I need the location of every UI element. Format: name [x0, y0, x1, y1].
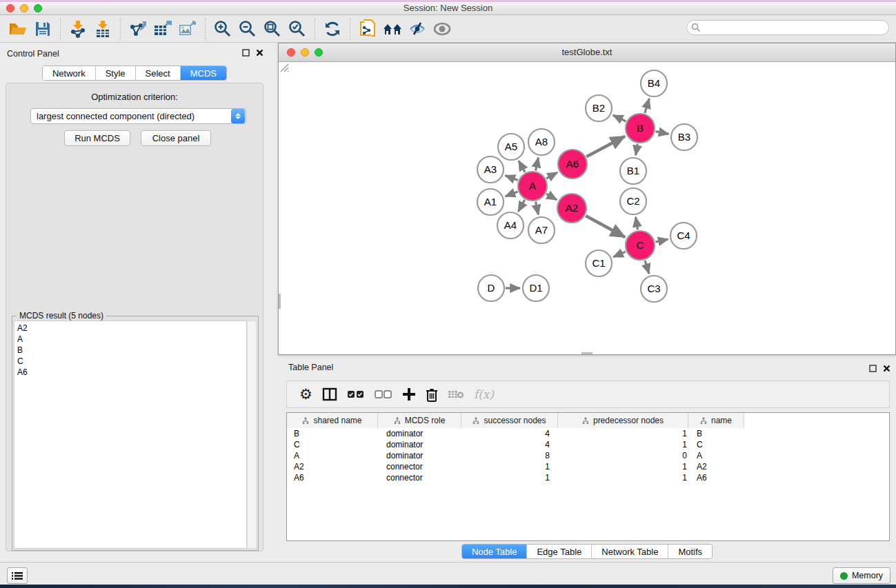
hide-details-icon[interactable]	[405, 17, 430, 41]
graph-node-C2[interactable]: C2	[620, 188, 646, 214]
memory-button[interactable]: Memory	[833, 567, 890, 584]
graph-edge-B-B4[interactable]	[645, 99, 649, 113]
import-table-icon[interactable]	[90, 17, 115, 41]
table-cell[interactable]: B	[688, 428, 744, 439]
graph-edge-A-A1[interactable]	[506, 192, 518, 196]
graph-node-C[interactable]: C	[626, 231, 655, 260]
table-cell[interactable]: 1	[558, 428, 688, 439]
table-cell[interactable]: A6	[287, 472, 378, 483]
graph-node-B4[interactable]: B4	[641, 70, 667, 97]
network-window-titlebar[interactable]: testGlobe.txt	[279, 43, 895, 62]
table-cell[interactable]: C	[287, 439, 378, 450]
select-all-columns-icon[interactable]	[347, 390, 365, 398]
delete-table-icon[interactable]	[448, 389, 464, 399]
network-minimize-button[interactable]	[301, 48, 309, 57]
column-header-MCDS-role[interactable]: MCDS role	[378, 413, 461, 428]
table-cell[interactable]: A6	[688, 472, 744, 483]
float-panel-icon[interactable]	[242, 49, 250, 57]
graph-node-B1[interactable]: B1	[620, 158, 646, 184]
graph-node-A8[interactable]: A8	[528, 129, 555, 155]
table-cell[interactable]: A2	[688, 461, 744, 472]
export-image-icon[interactable]	[175, 17, 200, 41]
graph-edge-C-C3[interactable]	[645, 261, 649, 274]
show-column-icon[interactable]	[322, 387, 337, 401]
table-cell[interactable]: 1	[558, 439, 688, 450]
table-cell[interactable]: 1	[461, 461, 558, 472]
table-cell[interactable]: dominator	[378, 439, 461, 450]
graph-edge-A-A3[interactable]	[505, 175, 517, 180]
close-table-panel-icon[interactable]	[883, 365, 890, 372]
unselect-all-columns-icon[interactable]	[375, 390, 392, 398]
tab-select[interactable]: Select	[136, 66, 181, 80]
network-hscroll[interactable]	[581, 352, 593, 354]
table-cell[interactable]: 1	[461, 472, 558, 483]
network-canvas[interactable]: B4B2BB3A8A5A6A3B1AA1C2A2A4A7C4CC1C3DD1	[279, 62, 895, 354]
graph-node-B2[interactable]: B2	[586, 95, 612, 121]
table-row[interactable]: A2connector11A2	[287, 461, 889, 472]
table-cell[interactable]: 4	[461, 428, 558, 439]
graph-node-A7[interactable]: A7	[528, 217, 555, 243]
graph-node-C1[interactable]: C1	[586, 250, 612, 276]
network-vscroll[interactable]	[279, 294, 281, 309]
column-header-predecessor-nodes[interactable]: predecessor nodes	[558, 413, 688, 428]
search-input[interactable]	[686, 20, 889, 35]
table-cell[interactable]: C	[688, 439, 744, 450]
graph-edge-A-A7[interactable]	[536, 202, 539, 215]
table-cell[interactable]: A2	[287, 461, 378, 472]
network-close-button[interactable]	[287, 48, 295, 57]
graph-edge-A-A5[interactable]	[519, 161, 525, 172]
column-header-shared-name[interactable]: shared name	[287, 413, 378, 428]
table-cell[interactable]: 0	[558, 450, 688, 461]
graph-node-C3[interactable]: C3	[641, 276, 667, 302]
export-network-icon[interactable]	[126, 17, 150, 41]
delete-columns-icon[interactable]	[426, 387, 438, 402]
graph-node-A5[interactable]: A5	[498, 134, 524, 160]
table-row[interactable]: Bdominator41B	[287, 428, 889, 439]
zoom-fit-icon[interactable]	[260, 17, 285, 41]
close-panel-icon[interactable]	[256, 49, 263, 57]
show-log-button[interactable]	[7, 567, 28, 584]
table-cell[interactable]: A	[688, 450, 744, 461]
graph-node-A6[interactable]: A6	[558, 150, 587, 179]
column-header-name[interactable]: name	[688, 413, 744, 428]
table-row[interactable]: Cdominator41C	[287, 439, 889, 450]
export-table-icon[interactable]	[150, 17, 175, 41]
table-cell[interactable]: B	[287, 428, 378, 439]
table-cell[interactable]: dominator	[378, 428, 461, 439]
table-tab-node-table[interactable]: Node Table	[462, 545, 528, 558]
graph-edge-B-B2[interactable]	[613, 115, 626, 121]
graph-edge-B-B1[interactable]	[636, 144, 638, 156]
show-graphics-details-icon[interactable]	[430, 17, 455, 41]
criterion-dropdown[interactable]: largest connected component (directed)	[30, 108, 246, 124]
graph-edge-A-A4[interactable]	[518, 200, 524, 212]
table-tab-motifs[interactable]: Motifs	[668, 545, 712, 558]
graph-node-A4[interactable]: A4	[497, 212, 524, 239]
graph-node-D[interactable]: D	[478, 275, 504, 301]
table-row[interactable]: Adominator80A	[287, 450, 889, 461]
graph-node-A1[interactable]: A1	[477, 189, 504, 215]
run-mcds-button[interactable]: Run MCDS	[64, 130, 130, 146]
mcds-result-scrollbar[interactable]	[247, 321, 257, 549]
graph-edge-C-C2[interactable]	[636, 217, 638, 230]
mcds-result-item[interactable]: A2	[17, 323, 246, 334]
zoom-window-button[interactable]	[34, 4, 42, 12]
function-builder-icon[interactable]: f(x)	[474, 387, 494, 401]
table-cell[interactable]: 1	[558, 461, 688, 472]
column-header-successor-nodes[interactable]: successor nodes	[461, 413, 558, 428]
graph-node-A[interactable]: A	[518, 172, 547, 201]
resize-grip-icon[interactable]	[279, 62, 289, 72]
refresh-layout-icon[interactable]	[320, 17, 345, 41]
table-cell[interactable]: 1	[558, 472, 688, 483]
table-row[interactable]: A6connector11A6	[287, 472, 889, 483]
table-tab-network-table[interactable]: Network Table	[592, 545, 668, 558]
table-tab-edge-table[interactable]: Edge Table	[527, 545, 592, 558]
zoom-selected-icon[interactable]	[285, 17, 310, 41]
float-table-panel-icon[interactable]	[869, 365, 877, 372]
close-panel-button[interactable]: Close panel	[141, 130, 211, 146]
graph-edge-A2-C[interactable]	[586, 216, 625, 237]
table-cell[interactable]: dominator	[378, 450, 461, 461]
graph-node-D1[interactable]: D1	[523, 275, 549, 301]
create-column-icon[interactable]	[402, 387, 416, 401]
mcds-result-item[interactable]: A6	[17, 367, 246, 378]
graph-node-B3[interactable]: B3	[671, 124, 697, 150]
